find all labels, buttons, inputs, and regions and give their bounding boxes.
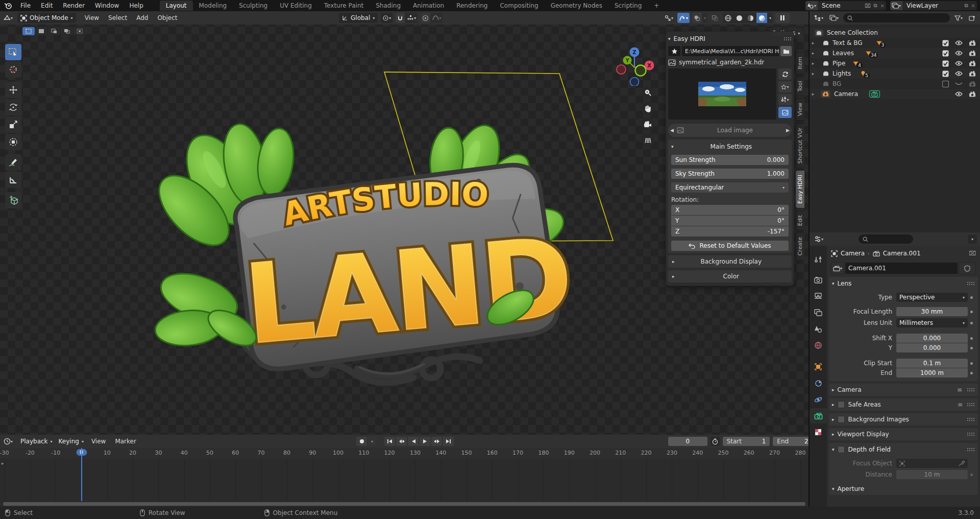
xray-toggle-icon[interactable] xyxy=(692,13,702,23)
sky-strength-slider[interactable]: Sky Strength1.000 xyxy=(671,169,789,179)
ruler-tick[interactable]: 90 xyxy=(309,450,316,456)
aperture-collapse-icon[interactable]: ▾ xyxy=(832,486,835,491)
render-camera-icon[interactable] xyxy=(969,40,976,46)
pin-icon[interactable]: ⌧ xyxy=(863,3,872,9)
viewlayer-selector[interactable]: ▾ ViewLayer ⧉ ✕ xyxy=(890,1,977,10)
preset-list-icon[interactable]: ≡ xyxy=(957,386,963,393)
ruler-tick[interactable]: 40 xyxy=(181,450,188,456)
viewlayer-name[interactable]: ViewLayer xyxy=(902,2,963,9)
animate-dot[interactable] xyxy=(968,322,975,324)
ruler-tick[interactable]: 220 xyxy=(641,450,652,456)
rotation-x-slider[interactable]: X0° xyxy=(671,205,789,215)
ruler-tick[interactable]: 130 xyxy=(410,450,421,456)
tab-modeling[interactable]: Modeling xyxy=(193,1,233,11)
drag-handle[interactable] xyxy=(967,388,975,392)
main-settings-title[interactable]: Main Settings xyxy=(674,143,789,150)
id-name-field[interactable]: Camera.001 xyxy=(845,263,958,274)
mode-dropdown[interactable]: Object Mode ▾ xyxy=(17,13,76,23)
selectable-checkbox[interactable] xyxy=(942,60,949,67)
tool-annotate[interactable] xyxy=(5,154,21,171)
shading-wireframe-icon[interactable] xyxy=(723,13,733,23)
tool-measure[interactable] xyxy=(5,172,21,188)
blender-logo-icon[interactable] xyxy=(4,2,12,9)
tab-edit[interactable]: Edit xyxy=(795,210,804,230)
proportional-edit-icon[interactable] xyxy=(421,13,430,23)
row-camera[interactable]: ▸ Camera xyxy=(810,89,980,99)
projection-dropdown[interactable]: Equirectangular▾ xyxy=(671,182,789,193)
focal-length-slider[interactable]: 30 mm xyxy=(896,307,968,316)
tool-select-box[interactable] xyxy=(5,44,21,60)
xray-dropdown-icon[interactable]: ▾ xyxy=(702,13,707,23)
add-workspace-button[interactable]: + xyxy=(648,1,665,11)
tool-move[interactable] xyxy=(5,82,21,98)
tab-shortcut-vur[interactable]: Shortcut VUr xyxy=(795,123,804,168)
shading-rendered-icon[interactable] xyxy=(756,13,767,23)
tab-object-data[interactable] xyxy=(810,408,827,423)
tab-uv-editing[interactable]: UV Editing xyxy=(274,1,318,11)
image-mode-icon[interactable] xyxy=(778,107,792,118)
tab-compositing[interactable]: Compositing xyxy=(494,1,544,11)
ruler-tick[interactable]: 80 xyxy=(283,450,290,456)
shift-x-slider[interactable]: 0.000 xyxy=(896,334,968,343)
jump-to-start-button[interactable] xyxy=(384,437,395,446)
render-camera-icon[interactable] xyxy=(969,61,976,66)
properties-options-icon[interactable]: ▾ xyxy=(968,235,977,244)
jump-next-keyframe-button[interactable] xyxy=(431,437,442,446)
menu-add[interactable]: Add xyxy=(132,14,153,21)
copy-scene-icon[interactable]: ⧉ xyxy=(872,3,878,9)
tab-world[interactable] xyxy=(810,338,827,353)
row-bg[interactable]: BG xyxy=(810,79,980,89)
jump-prev-keyframe-button[interactable] xyxy=(396,437,407,446)
preset-list-icon[interactable]: ≡ xyxy=(958,401,963,408)
background-images-checkbox[interactable] xyxy=(838,416,845,423)
viewlayer-icon[interactable]: ▾ xyxy=(890,1,902,10)
scene-selector[interactable]: ▾ Scene ⌧ ⧉ ✕ xyxy=(805,1,886,10)
tool-scale[interactable] xyxy=(5,116,21,133)
start-frame-field[interactable]: Start1 xyxy=(723,437,770,446)
select-mode-subtract[interactable] xyxy=(48,27,60,35)
animate-dot[interactable] xyxy=(968,474,975,476)
tab-tool[interactable] xyxy=(810,252,827,267)
selectable-checkbox[interactable] xyxy=(942,40,949,46)
zoom-icon[interactable] xyxy=(641,86,654,99)
drag-handle[interactable] xyxy=(783,37,792,41)
use-preview-range-icon[interactable] xyxy=(710,437,720,446)
expand-icon[interactable]: ▸ xyxy=(810,91,817,97)
focus-object-field[interactable] xyxy=(896,459,968,468)
ruler-tick[interactable]: 210 xyxy=(615,450,626,456)
safe-areas-checkbox[interactable] xyxy=(838,401,845,408)
camera-panel[interactable]: ▸Camera ≡ xyxy=(829,384,978,396)
drag-handle[interactable] xyxy=(967,281,975,286)
scene-icon[interactable]: ▾ xyxy=(805,1,818,10)
clip-end-slider[interactable]: 1000 m xyxy=(896,368,968,378)
rotation-z-slider[interactable]: Z-157° xyxy=(671,226,789,237)
background-display-section[interactable]: ▸Background Display xyxy=(668,255,792,268)
show-overlays-icon[interactable]: ▾ xyxy=(677,13,690,23)
favorites-icon[interactable] xyxy=(668,46,680,56)
navigation-gizmo[interactable]: Z X Y xyxy=(614,45,655,86)
hide-eye-icon[interactable] xyxy=(955,51,963,56)
end-frame-field[interactable]: End250 xyxy=(773,437,808,446)
row-pipe[interactable]: ▸ Pipe 4 xyxy=(810,58,980,68)
menu-file[interactable]: File xyxy=(15,0,36,11)
hide-eye-icon[interactable] xyxy=(955,91,963,97)
menu-object[interactable]: Object xyxy=(153,14,182,21)
animate-dot[interactable] xyxy=(968,337,975,340)
select-mode-extend[interactable] xyxy=(35,27,47,35)
render-camera-icon[interactable] xyxy=(969,51,976,56)
outliner-search-input[interactable] xyxy=(843,13,950,22)
background-images-panel[interactable]: ▸ Background Images xyxy=(829,413,978,426)
render-camera-icon[interactable] xyxy=(969,81,976,87)
favorites-menu-icon[interactable]: ▾ xyxy=(778,81,792,92)
row-scene-collection[interactable]: Scene Collection xyxy=(810,28,980,38)
drag-handle[interactable] xyxy=(967,432,975,437)
auto-keyframe-dropdown[interactable]: ▾ xyxy=(368,437,376,446)
select-mode-invert[interactable] xyxy=(61,27,73,35)
select-mode-new[interactable] xyxy=(22,27,35,35)
scene-name[interactable]: Scene xyxy=(818,2,863,9)
properties-search-input[interactable] xyxy=(859,234,913,244)
tab-geometry-nodes[interactable]: Geometry Nodes xyxy=(545,1,608,11)
folder-browse-icon[interactable] xyxy=(780,46,792,56)
playback-menu[interactable]: Playback▾ xyxy=(17,436,56,446)
row-leaves[interactable]: ▸ Leaves 34 xyxy=(810,48,980,58)
